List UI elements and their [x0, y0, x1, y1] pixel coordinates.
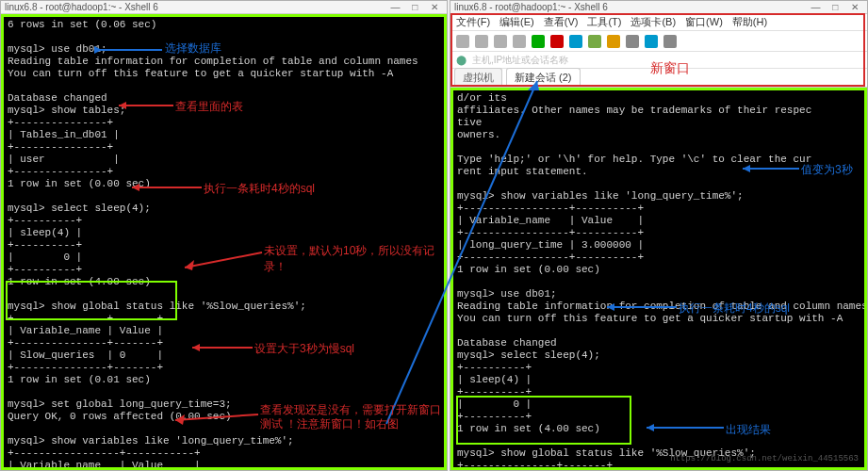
- toolbar-icon-0[interactable]: [456, 35, 469, 48]
- menu-tools[interactable]: 工具(T): [587, 15, 621, 29]
- close-icon[interactable]: ✕: [426, 2, 443, 12]
- toolbar-icon-1[interactable]: [475, 35, 488, 48]
- toolbar-icon-7[interactable]: [588, 35, 601, 48]
- window-controls: — □ ✕: [386, 2, 443, 12]
- minimize-icon[interactable]: —: [807, 2, 824, 12]
- xshell-window-right: linux6.8 - root@hadoop1:~ - Xshell 6 — □…: [450, 0, 868, 471]
- terminal-left[interactable]: 6 rows in set (0.06 sec) mysql> use db01…: [1, 14, 447, 470]
- maximize-icon[interactable]: □: [406, 2, 423, 12]
- menu-file[interactable]: 文件(F): [456, 15, 490, 29]
- titlebar-right: linux6.8 - root@hadoop1:~ - Xshell 6 — □…: [450, 1, 867, 14]
- window-title: linux6.8 - root@hadoop1:~ - Xshell 6: [454, 2, 608, 12]
- address-bar: ⬤ 主机,IP地址或会话名称: [450, 52, 867, 69]
- toolbar-icon-9[interactable]: [626, 35, 639, 48]
- window-title: linux6.8 - root@hadoop1:~ - Xshell 6: [5, 2, 158, 12]
- toolbar-icon-6[interactable]: [569, 35, 582, 48]
- tab-new-session[interactable]: 新建会话 (2): [506, 68, 581, 87]
- menu-tabs[interactable]: 选项卡(B): [631, 15, 676, 29]
- toolbar-icon-5[interactable]: [550, 35, 564, 48]
- menu-edit[interactable]: 编辑(E): [500, 15, 534, 29]
- menu-view[interactable]: 查看(V): [544, 15, 579, 29]
- close-icon[interactable]: ✕: [846, 2, 863, 12]
- menu-window[interactable]: 窗口(W): [685, 15, 723, 29]
- toolbar-icon-11[interactable]: [663, 35, 677, 48]
- toolbar: [450, 31, 867, 52]
- toolbar-icon-8[interactable]: [607, 35, 620, 48]
- minimize-icon[interactable]: —: [386, 2, 403, 12]
- tab-vm[interactable]: 虚拟机: [454, 68, 502, 87]
- titlebar-left: linux6.8 - root@hadoop1:~ - Xshell 6 — □…: [1, 1, 447, 14]
- menu-help[interactable]: 帮助(H): [732, 15, 767, 29]
- maximize-icon[interactable]: □: [827, 2, 843, 12]
- menubar: 文件(F) 编辑(E) 查看(V) 工具(T) 选项卡(B) 窗口(W) 帮助(…: [450, 14, 867, 31]
- globe-icon: ⬤: [456, 55, 467, 65]
- session-tabs: 虚拟机 新建会话 (2): [450, 69, 867, 88]
- toolbar-icon-10[interactable]: [645, 35, 658, 48]
- watermark: https://blog.csdn.net/weixin_44515563: [670, 453, 859, 465]
- toolbar-icon-4[interactable]: [532, 35, 545, 48]
- xshell-window-left: linux6.8 - root@hadoop1:~ - Xshell 6 — □…: [0, 0, 448, 471]
- toolbar-icon-3[interactable]: [513, 35, 526, 48]
- terminal-right[interactable]: d/or its affiliates. Other names may be …: [450, 88, 867, 470]
- toolbar-icon-2[interactable]: [494, 35, 507, 48]
- window-controls: — □ ✕: [807, 2, 863, 12]
- address-placeholder[interactable]: 主机,IP地址或会话名称: [472, 54, 568, 67]
